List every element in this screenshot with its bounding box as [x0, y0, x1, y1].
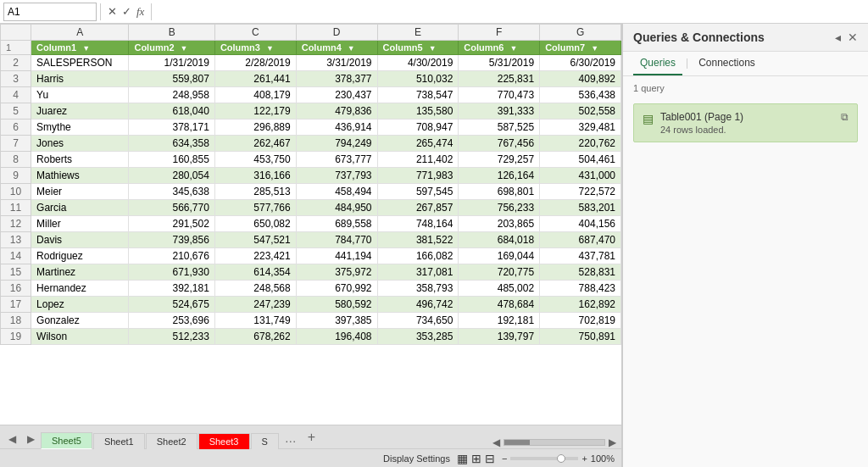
cell-r16-c5[interactable]: 358,793: [377, 281, 459, 297]
cell-r8-c5[interactable]: 211,402: [377, 152, 459, 168]
cell-r9-c1[interactable]: Mathiews: [31, 168, 129, 184]
col-header-E[interactable]: E: [377, 25, 459, 41]
col-header-G[interactable]: G: [540, 25, 621, 41]
header-col7[interactable]: Column7 ▼: [540, 41, 621, 55]
cell-r13-c6[interactable]: 684,018: [459, 232, 540, 248]
cell-r12-c6[interactable]: 203,865: [459, 216, 540, 232]
tab-sheet3[interactable]: Sheet3: [198, 433, 250, 449]
confirm-icon[interactable]: ✓: [122, 5, 131, 18]
cell-r3-c4[interactable]: 378,377: [296, 71, 377, 87]
col-header-F[interactable]: F: [459, 25, 540, 41]
cell-r7-c2[interactable]: 634,358: [129, 136, 214, 152]
cell-r4-c2[interactable]: 248,958: [129, 87, 214, 103]
cell-r8-c6[interactable]: 729,257: [459, 152, 540, 168]
tab-connections[interactable]: Connections: [692, 52, 762, 75]
cell-r19-c6[interactable]: 139,797: [459, 329, 540, 345]
tab-sheet5[interactable]: Sheet5: [41, 432, 92, 449]
header-col4[interactable]: Column4 ▼: [296, 41, 377, 55]
cell-r8-c1[interactable]: Roberts: [31, 152, 129, 168]
cell-r17-c7[interactable]: 162,892: [540, 297, 621, 313]
cell-r7-c1[interactable]: Jones: [31, 136, 129, 152]
cell-r15-c4[interactable]: 375,972: [296, 264, 377, 281]
cell-r9-c3[interactable]: 316,166: [214, 168, 296, 184]
cell-r15-c5[interactable]: 317,081: [377, 264, 459, 281]
cell-r4-c4[interactable]: 230,437: [296, 87, 377, 103]
cell-r19-c5[interactable]: 353,285: [377, 329, 459, 345]
header-col1[interactable]: Column1 ▼: [31, 41, 129, 55]
cell-r9-c5[interactable]: 771,983: [377, 168, 459, 184]
cell-r18-c6[interactable]: 192,181: [459, 313, 540, 329]
cell-r10-c5[interactable]: 597,545: [377, 184, 459, 200]
cancel-icon[interactable]: ✕: [108, 5, 117, 18]
cell-r10-c4[interactable]: 458,494: [296, 184, 377, 200]
col-header-B[interactable]: B: [129, 25, 214, 41]
page-break-icon[interactable]: ⊟: [485, 452, 495, 465]
query-copy-button[interactable]: ⧉: [841, 111, 849, 123]
cell-r10-c7[interactable]: 722,572: [540, 184, 621, 200]
cell-r4-c7[interactable]: 536,438: [540, 87, 621, 103]
cell-r14-c4[interactable]: 441,194: [296, 248, 377, 264]
tab-queries[interactable]: Queries: [633, 52, 682, 75]
cell-r9-c2[interactable]: 280,054: [129, 168, 214, 184]
header-col2[interactable]: Column2 ▼: [129, 41, 214, 55]
cell-r12-c3[interactable]: 650,082: [214, 216, 296, 232]
cell-r15-c2[interactable]: 671,930: [129, 264, 214, 281]
scroll-right-icon[interactable]: ▶: [609, 436, 616, 448]
cell-r11-c3[interactable]: 577,766: [214, 200, 296, 216]
cell-r16-c6[interactable]: 485,002: [459, 281, 540, 297]
tab-scroll-left[interactable]: ◀: [3, 430, 21, 448]
cell-r9-c6[interactable]: 126,164: [459, 168, 540, 184]
cell-r12-c7[interactable]: 404,156: [540, 216, 621, 232]
cell-r10-c6[interactable]: 698,801: [459, 184, 540, 200]
cell-r14-c1[interactable]: Rodriguez: [31, 248, 129, 264]
cell-r19-c1[interactable]: Wilson: [31, 329, 129, 345]
cell-r6-c6[interactable]: 587,525: [459, 120, 540, 136]
formula-input[interactable]: [155, 6, 865, 18]
cell-r8-c7[interactable]: 504,461: [540, 152, 621, 168]
cell-r2-c7[interactable]: 6/30/2019: [540, 55, 621, 71]
cell-r15-c1[interactable]: Martinez: [31, 264, 129, 281]
cell-r18-c1[interactable]: Gonzalez: [31, 313, 129, 329]
cell-r13-c7[interactable]: 687,470: [540, 232, 621, 248]
cell-r12-c1[interactable]: Miller: [31, 216, 129, 232]
header-col3[interactable]: Column3 ▼: [214, 41, 296, 55]
cell-r2-c1[interactable]: SALESPERSON: [31, 55, 129, 71]
cell-r10-c3[interactable]: 285,513: [214, 184, 296, 200]
cell-r14-c5[interactable]: 166,082: [377, 248, 459, 264]
cell-r16-c7[interactable]: 788,423: [540, 281, 621, 297]
cell-r2-c6[interactable]: 5/31/2019: [459, 55, 540, 71]
cell-r17-c4[interactable]: 580,592: [296, 297, 377, 313]
cell-r12-c4[interactable]: 689,558: [296, 216, 377, 232]
new-sheet-button[interactable]: +: [303, 426, 320, 448]
cell-r7-c6[interactable]: 767,456: [459, 136, 540, 152]
cell-r19-c4[interactable]: 196,408: [296, 329, 377, 345]
cell-r5-c2[interactable]: 618,040: [129, 103, 214, 120]
cell-r5-c7[interactable]: 502,558: [540, 103, 621, 120]
cell-r6-c5[interactable]: 708,947: [377, 120, 459, 136]
cell-r16-c2[interactable]: 392,181: [129, 281, 214, 297]
cell-r13-c1[interactable]: Davis: [31, 232, 129, 248]
cell-r4-c5[interactable]: 738,547: [377, 87, 459, 103]
cell-r2-c4[interactable]: 3/31/2019: [296, 55, 377, 71]
cell-r11-c1[interactable]: Garcia: [31, 200, 129, 216]
cell-r5-c6[interactable]: 391,333: [459, 103, 540, 120]
cell-r15-c7[interactable]: 528,831: [540, 264, 621, 281]
cell-r9-c4[interactable]: 737,793: [296, 168, 377, 184]
cell-r14-c7[interactable]: 437,781: [540, 248, 621, 264]
cell-r4-c1[interactable]: Yu: [31, 87, 129, 103]
cell-r10-c1[interactable]: Meier: [31, 184, 129, 200]
cell-r14-c6[interactable]: 169,044: [459, 248, 540, 264]
cell-r16-c3[interactable]: 248,568: [214, 281, 296, 297]
query-item[interactable]: ▤ Table001 (Page 1) 24 rows loaded. ⧉: [633, 103, 858, 142]
cell-r15-c6[interactable]: 720,775: [459, 264, 540, 281]
cell-r2-c5[interactable]: 4/30/2019: [377, 55, 459, 71]
zoom-out-button[interactable]: −: [502, 453, 507, 464]
panel-close-icon[interactable]: ✕: [848, 31, 858, 44]
cell-r11-c6[interactable]: 756,233: [459, 200, 540, 216]
display-settings-label[interactable]: Display Settings: [383, 453, 450, 464]
header-col6[interactable]: Column6 ▼: [459, 41, 540, 55]
cell-r12-c5[interactable]: 748,164: [377, 216, 459, 232]
cell-r8-c2[interactable]: 160,855: [129, 152, 214, 168]
cell-r4-c6[interactable]: 770,473: [459, 87, 540, 103]
scroll-left-icon[interactable]: ◀: [492, 436, 500, 448]
